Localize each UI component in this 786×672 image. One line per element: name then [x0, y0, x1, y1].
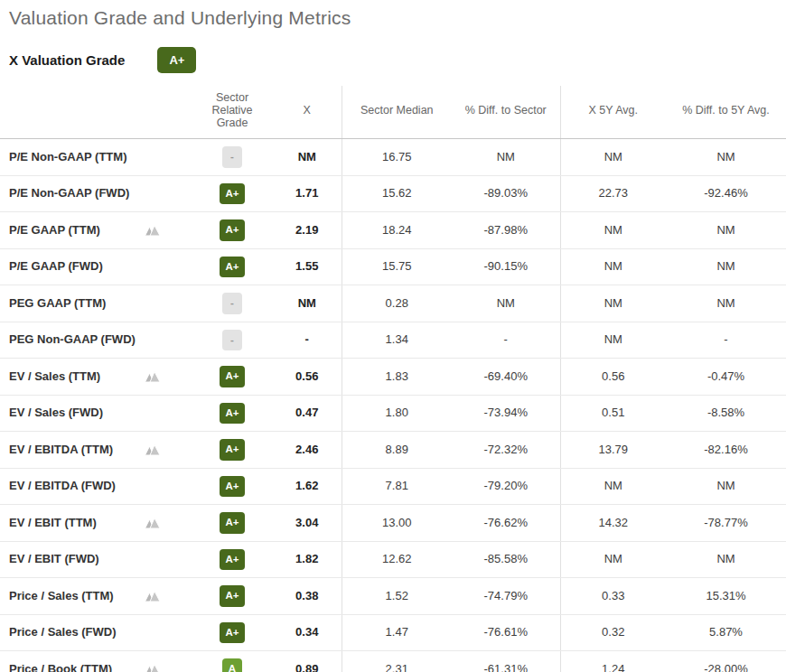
- grade-badge: A+: [220, 476, 244, 498]
- cell-diff-to-5y-avg: -0.47%: [666, 359, 786, 396]
- header-sector-median: Sector Median: [342, 86, 452, 139]
- grade-badge: A+: [220, 403, 244, 425]
- grade-cell: A+: [192, 212, 273, 249]
- cell-diff-to-5y-avg: -: [666, 322, 786, 359]
- cell-diff-to-5y-avg: -92.46%: [666, 175, 786, 212]
- grade-badge: -: [222, 146, 242, 168]
- metric-cell: P/E Non-GAAP (TTM): [0, 139, 192, 176]
- grade-cell: A+: [192, 432, 273, 469]
- cell-diff-to-sector: -: [452, 322, 560, 359]
- table-row: EV / Sales (TTM) A+ 0.56 1.83 -69.40% 0.…: [0, 359, 786, 396]
- table-row: PEG Non-GAAP (FWD) - - 1.34 - NM -: [0, 322, 786, 359]
- table-row: P/E GAAP (FWD) A+ 1.55 15.75 -90.15% NM …: [0, 248, 786, 285]
- grade-badge: A+: [220, 512, 244, 534]
- mini-chart-icon[interactable]: [145, 517, 161, 529]
- cell-diff-to-5y-avg: NM: [666, 285, 786, 322]
- grade-cell: A+: [192, 248, 273, 285]
- mini-chart-icon[interactable]: [145, 663, 161, 672]
- valuation-metrics-table: Sector Relative Grade X Sector Median % …: [0, 86, 786, 672]
- cell-diff-to-5y-avg: 15.31%: [666, 578, 786, 615]
- cell-x-5y-avg: NM: [560, 248, 666, 285]
- cell-diff-to-sector: -72.32%: [452, 432, 560, 469]
- cell-diff-to-sector: -74.79%: [452, 578, 560, 615]
- grade-cell: A+: [192, 578, 273, 615]
- cell-x: 2.46: [273, 432, 342, 469]
- metric-label: Price / Book (TTM): [9, 662, 112, 672]
- cell-diff-to-sector: -89.03%: [452, 175, 560, 212]
- grade-badge: A+: [220, 549, 244, 571]
- metric-label: P/E Non-GAAP (TTM): [9, 150, 126, 164]
- cell-sector-median: 1.34: [342, 322, 452, 359]
- header-x-5y-avg: X 5Y Avg.: [560, 86, 666, 139]
- cell-x-5y-avg: NM: [560, 139, 666, 176]
- cell-diff-to-5y-avg: -28.00%: [666, 651, 786, 672]
- cell-diff-to-sector: -79.20%: [452, 468, 560, 505]
- header-diff-to-5y-avg: % Diff. to 5Y Avg.: [666, 86, 786, 139]
- mini-chart-icon[interactable]: [145, 443, 161, 456]
- cell-x: 1.71: [273, 175, 342, 212]
- cell-x: NM: [273, 139, 342, 176]
- cell-x: NM: [273, 285, 342, 322]
- table-header-row: Sector Relative Grade X Sector Median % …: [0, 86, 786, 139]
- cell-x: 2.19: [273, 212, 342, 249]
- cell-diff-to-5y-avg: NM: [666, 212, 786, 249]
- grade-cell: A+: [192, 614, 273, 651]
- metric-cell: EV / EBITDA (TTM): [0, 432, 192, 469]
- valuation-grade-badge[interactable]: A+: [157, 47, 196, 73]
- metric-label: PEG GAAP (TTM): [9, 296, 106, 311]
- cell-x-5y-avg: 0.32: [560, 614, 666, 651]
- metric-label: P/E Non-GAAP (FWD): [9, 186, 129, 201]
- metric-label: EV / EBITDA (FWD): [9, 479, 116, 493]
- metric-label: Price / Sales (TTM): [9, 589, 114, 603]
- cell-x-5y-avg: 1.24: [560, 651, 666, 672]
- table-row: EV / EBIT (FWD) A+ 1.82 12.62 -85.58% NM…: [0, 541, 786, 578]
- cell-sector-median: 18.24: [342, 212, 452, 249]
- cell-sector-median: 0.28: [342, 285, 452, 322]
- mini-chart-icon[interactable]: [145, 590, 161, 602]
- metric-cell: PEG GAAP (TTM): [0, 285, 192, 322]
- metric-label: EV / Sales (FWD): [9, 406, 103, 420]
- grade-cell: A+: [192, 175, 273, 212]
- mini-chart-icon[interactable]: [145, 224, 161, 237]
- cell-sector-median: 16.75: [342, 139, 452, 176]
- grade-badge: A+: [220, 219, 244, 241]
- metric-label: Price / Sales (FWD): [9, 625, 116, 639]
- mini-chart-icon[interactable]: [145, 370, 161, 383]
- metric-cell: EV / EBIT (TTM): [0, 505, 192, 542]
- cell-diff-to-sector: NM: [452, 139, 560, 176]
- cell-diff-to-5y-avg: NM: [666, 139, 786, 176]
- table-row: EV / EBITDA (TTM) A+ 2.46 8.89 -72.32% 1…: [0, 432, 786, 469]
- cell-sector-median: 2.31: [342, 651, 452, 672]
- header-diff-to-sector: % Diff. to Sector: [452, 86, 560, 139]
- cell-x: 1.55: [273, 248, 342, 285]
- grade-cell: A+: [192, 541, 273, 578]
- cell-diff-to-sector: -90.15%: [452, 248, 560, 285]
- grade-cell: A+: [192, 505, 273, 542]
- cell-diff-to-5y-avg: -8.58%: [666, 395, 786, 432]
- cell-sector-median: 1.52: [342, 578, 452, 615]
- metric-cell: PEG Non-GAAP (FWD): [0, 322, 192, 359]
- metric-label: EV / EBIT (FWD): [9, 552, 99, 566]
- cell-x-5y-avg: 0.56: [560, 359, 666, 396]
- grade-badge: A: [222, 658, 242, 672]
- cell-x: 0.34: [273, 614, 342, 651]
- grade-cell: A+: [192, 359, 273, 396]
- table-row: EV / Sales (FWD) A+ 0.47 1.80 -73.94% 0.…: [0, 395, 786, 432]
- grade-badge: -: [222, 293, 242, 314]
- valuation-grade-label: X Valuation Grade: [9, 52, 125, 68]
- cell-x: -: [273, 322, 342, 359]
- cell-x-5y-avg: NM: [560, 212, 666, 249]
- cell-x: 1.82: [273, 541, 342, 578]
- cell-x-5y-avg: 13.79: [560, 432, 666, 469]
- cell-x-5y-avg: NM: [560, 468, 666, 505]
- table-row: P/E Non-GAAP (FWD) A+ 1.71 15.62 -89.03%…: [0, 175, 786, 212]
- cell-diff-to-sector: -69.40%: [452, 359, 560, 396]
- table-row: EV / EBITDA (FWD) A+ 1.62 7.81 -79.20% N…: [0, 468, 786, 505]
- cell-x: 0.38: [273, 578, 342, 615]
- cell-diff-to-5y-avg: NM: [666, 468, 786, 505]
- metric-cell: P/E GAAP (FWD): [0, 248, 192, 285]
- cell-diff-to-5y-avg: -82.16%: [666, 432, 786, 469]
- grade-cell: -: [192, 285, 273, 322]
- cell-x-5y-avg: NM: [560, 322, 666, 359]
- grade-cell: -: [192, 322, 273, 359]
